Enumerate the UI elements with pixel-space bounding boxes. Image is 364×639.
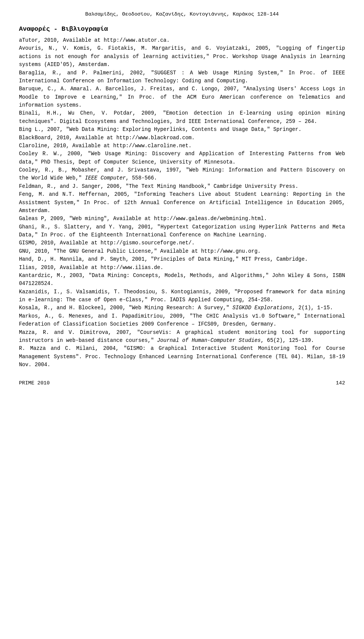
ref-entry: Feldman, R., and J. Sanger, 2006, "The T…	[19, 183, 345, 190]
references-section: aTutor, 2010, Available at http://www.at…	[19, 36, 345, 369]
ref-entry: aTutor, 2010, Available at http://www.at…	[19, 36, 345, 44]
ref-entry: Ghani, R., S. Slattery, and Y. Yang, 200…	[19, 223, 345, 239]
footer-left: PRIME 2010	[19, 380, 50, 386]
ref-entry: Kazanidis, I., S. Valsamidis, T. Theodos…	[19, 288, 345, 304]
ref-entry: Galeas P, 2009, "Web mining", Available …	[19, 215, 345, 223]
ref-entry: GNU, 2010, "The GNU General Public Licen…	[19, 247, 345, 255]
ref-entry: BlackBoard, 2010, Available at http://ww…	[19, 134, 345, 142]
ref-entry: GISMO, 2010, Available at http://gismo.s…	[19, 239, 345, 247]
ref-entry: Mazza, R. and V. Dimitrova, 2007, "Cours…	[19, 329, 345, 345]
ref-entry: Hand, D., H. Mannila, and P. Smyth, 2001…	[19, 255, 345, 263]
section-title: Αναφορές - Βιβλιογραφία	[19, 25, 345, 33]
ref-entry: Baraglia, R., and P. Palmerini, 2002, "S…	[19, 69, 345, 85]
ref-entry: Cooley, R., B., Mobasher, and J. Srivast…	[19, 166, 345, 183]
ref-entry: Cooley R. W., 2000, "Web Usage Mining: D…	[19, 150, 345, 166]
ref-entry: Claroline, 2010, Available at http://www…	[19, 142, 345, 150]
ref-entry: Feng, M. and N.T. Heffernan, 2005, "Info…	[19, 190, 345, 215]
ref-entry: Avouris, N., V. Komis, G. Fiotakis, M. M…	[19, 44, 345, 69]
footer-right: 142	[336, 380, 345, 386]
ref-entry: Bing L., 2007, "Web Data Mining: Explori…	[19, 126, 345, 134]
ref-entry: R. Mazza and C. Milani, 2004, "GISMO: a …	[19, 345, 345, 369]
ref-entry: Baruque, C., A. Amaral. A. Barcellos, J.…	[19, 85, 345, 109]
ref-entry: Kantardzic, M., 2003, "Data Mining: Conc…	[19, 272, 345, 288]
ref-entry: Binali, H.H., Wu Chen, V. Potdar, 2009, …	[19, 109, 345, 126]
ref-entry: Kosala, R., and H. Blockeel, 2000, "Web …	[19, 304, 345, 312]
page-header: Βαλσαμίδης, Θεοδοσίου, Καζανίδης, Κοντογ…	[19, 11, 345, 17]
page-footer: PRIME 2010 142	[19, 380, 345, 386]
ref-entry: Ilias, 2010, Available at http://www.ili…	[19, 264, 345, 272]
ref-entry: Markos, A., G. Menexes, and I. Papadimit…	[19, 312, 345, 329]
